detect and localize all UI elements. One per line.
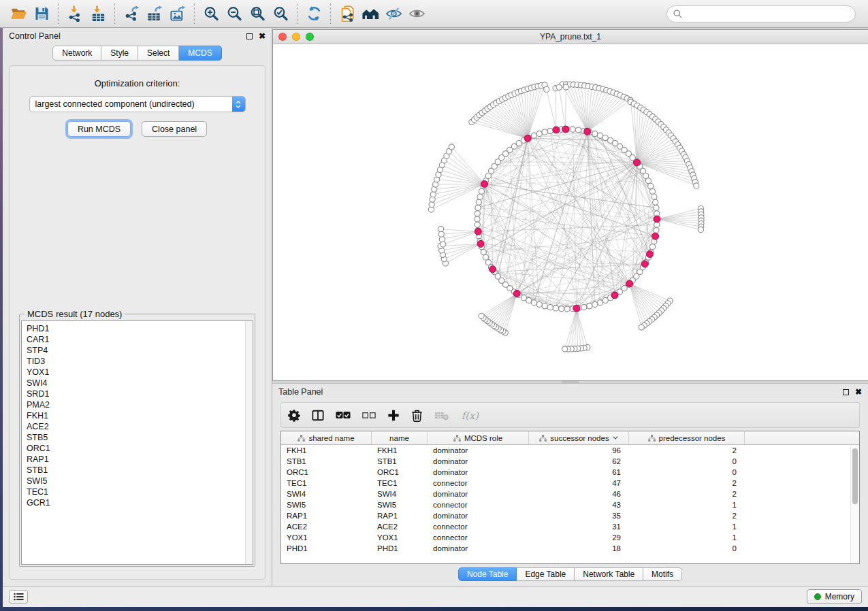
mcds-hub-node[interactable] xyxy=(573,305,580,312)
list-item[interactable]: YOX1 xyxy=(27,367,253,378)
list-item[interactable]: FKH1 xyxy=(27,410,253,421)
table-row[interactable]: ACE2ACE2connector311 xyxy=(281,521,859,532)
memory-button[interactable]: Memory xyxy=(807,589,862,604)
list-item[interactable]: TEC1 xyxy=(27,486,253,497)
export-image-icon[interactable] xyxy=(166,3,189,24)
list-item[interactable]: SWI4 xyxy=(27,378,253,389)
horizontal-splitter[interactable] xyxy=(272,381,868,383)
float-panel-icon[interactable] xyxy=(246,33,253,39)
network-graph[interactable] xyxy=(273,44,867,380)
table-row[interactable]: STB1STB1dominator620 xyxy=(281,456,859,467)
tab-node-table[interactable]: Node Table xyxy=(458,567,517,581)
column-header-MCDS-role[interactable]: MCDS role xyxy=(428,431,529,444)
zoom-in-icon[interactable] xyxy=(199,3,223,24)
refresh-icon[interactable] xyxy=(302,3,325,24)
tab-motifs[interactable]: Motifs xyxy=(643,567,682,581)
float-table-panel-icon[interactable] xyxy=(843,389,849,395)
table-row[interactable]: SWI4SWI4dominator462 xyxy=(281,489,859,499)
add-column-icon[interactable] xyxy=(387,407,400,423)
table-row[interactable]: PHD1PHD1dominator180 xyxy=(281,543,859,554)
mcds-hub-node[interactable] xyxy=(489,266,496,273)
tab-network-table[interactable]: Network Table xyxy=(575,567,643,581)
close-panel-button[interactable]: Close panel xyxy=(142,121,207,137)
list-item[interactable]: STP4 xyxy=(27,345,253,356)
delete-rows-trash-icon[interactable] xyxy=(411,407,423,423)
close-table-panel-icon[interactable]: ✖ xyxy=(855,388,862,396)
criterion-dropdown[interactable]: largest connected component (undirected) xyxy=(29,96,246,112)
column-header-successor-nodes[interactable]: successor nodes xyxy=(529,431,629,444)
export-table-icon[interactable] xyxy=(143,3,166,24)
list-item[interactable]: ORC1 xyxy=(27,443,253,454)
mcds-hub-node[interactable] xyxy=(654,216,660,222)
export-network-icon[interactable] xyxy=(120,3,143,24)
show-columns-icon[interactable] xyxy=(312,407,324,423)
list-item[interactable]: SRD1 xyxy=(27,389,253,399)
list-item[interactable]: TID3 xyxy=(27,356,253,367)
table-options-gear-icon[interactable] xyxy=(288,407,300,423)
search-input[interactable] xyxy=(686,9,849,18)
mcds-hub-node[interactable] xyxy=(562,126,569,133)
hide-graphics-details-icon[interactable] xyxy=(382,3,405,24)
list-item[interactable]: ACE2 xyxy=(27,421,253,432)
tab-mcds[interactable]: MCDS xyxy=(179,46,221,61)
list-item[interactable]: RAP1 xyxy=(27,454,253,465)
mcds-hub-node[interactable] xyxy=(652,233,659,240)
table-row[interactable]: ORC1ORC1dominator610 xyxy=(281,467,859,478)
mcds-hub-node[interactable] xyxy=(634,159,641,166)
task-history-button[interactable] xyxy=(9,590,28,604)
zoom-out-icon[interactable] xyxy=(223,3,246,24)
mcds-hub-node[interactable] xyxy=(584,128,591,135)
tab-network[interactable]: Network xyxy=(52,46,101,61)
cell-predecessor_nodes: 0 xyxy=(629,544,745,552)
table-row[interactable]: RAP1RAP1dominator352 xyxy=(281,510,859,521)
mcds-hub-node[interactable] xyxy=(481,180,487,187)
search-box[interactable] xyxy=(666,5,856,22)
table-row[interactable]: YOX1YOX1connector291 xyxy=(281,532,859,543)
tab-style[interactable]: Style xyxy=(101,46,138,61)
table-row[interactable]: FKH1FKH1dominator962 xyxy=(281,445,859,456)
table-row[interactable]: TEC1TEC1connector472 xyxy=(281,478,859,489)
list-item[interactable]: STB1 xyxy=(27,465,253,476)
mcds-hub-node[interactable] xyxy=(475,228,481,235)
list-item[interactable]: GCR1 xyxy=(27,497,253,508)
control-panel-title: Control Panel xyxy=(9,31,61,41)
mcds-hub-node[interactable] xyxy=(524,135,531,142)
run-mcds-button[interactable]: Run MCDS xyxy=(67,121,131,137)
tab-edge-table[interactable]: Edge Table xyxy=(517,567,575,581)
mcds-list-scrollbar[interactable] xyxy=(245,321,253,564)
import-table-icon[interactable] xyxy=(86,3,110,24)
zoom-fit-icon[interactable] xyxy=(246,3,269,24)
mcds-hub-node[interactable] xyxy=(477,240,484,247)
birdseye-view-icon[interactable] xyxy=(359,3,382,24)
list-item[interactable]: CAR1 xyxy=(27,334,253,345)
mcds-hub-node[interactable] xyxy=(611,292,618,299)
open-session-icon[interactable] xyxy=(7,3,30,24)
mcds-hub-node[interactable] xyxy=(513,290,520,297)
list-item[interactable]: SWI5 xyxy=(27,476,253,486)
table-row[interactable]: SWI5SWI5connector431 xyxy=(281,499,859,510)
search-icon xyxy=(673,10,682,18)
mcds-hub-node[interactable] xyxy=(641,261,648,267)
column-header-name[interactable]: name xyxy=(372,431,428,444)
table-scrollbar[interactable] xyxy=(850,446,858,563)
list-item[interactable]: PMA2 xyxy=(27,399,253,410)
show-graphics-details-icon[interactable] xyxy=(405,3,428,24)
select-all-rows-icon[interactable] xyxy=(336,407,351,423)
mcds-hub-node[interactable] xyxy=(553,127,560,133)
network-canvas[interactable] xyxy=(273,44,868,380)
column-header-shared-name[interactable]: shared name xyxy=(281,431,372,444)
import-network-icon[interactable] xyxy=(63,3,86,24)
list-item[interactable]: PHD1 xyxy=(27,323,253,334)
list-item[interactable]: STB5 xyxy=(27,432,253,443)
zoom-selected-icon[interactable] xyxy=(269,3,292,24)
mcds-hub-node[interactable] xyxy=(647,251,654,258)
network-from-file-icon[interactable] xyxy=(336,3,359,24)
mcds-result-list[interactable]: PHD1CAR1STP4TID3YOX1SWI4SRD1PMA2FKH1ACE2… xyxy=(21,320,253,565)
column-header-predecessor-nodes[interactable]: predecessor nodes xyxy=(629,431,745,444)
close-panel-icon[interactable]: ✖ xyxy=(259,32,266,40)
save-session-icon[interactable] xyxy=(30,3,53,24)
mcds-hub-node[interactable] xyxy=(626,280,633,287)
network-titlebar[interactable]: YPA_prune.txt_1 xyxy=(273,30,868,44)
deselect-all-rows-icon[interactable] xyxy=(362,407,376,423)
tab-select[interactable]: Select xyxy=(138,46,179,61)
